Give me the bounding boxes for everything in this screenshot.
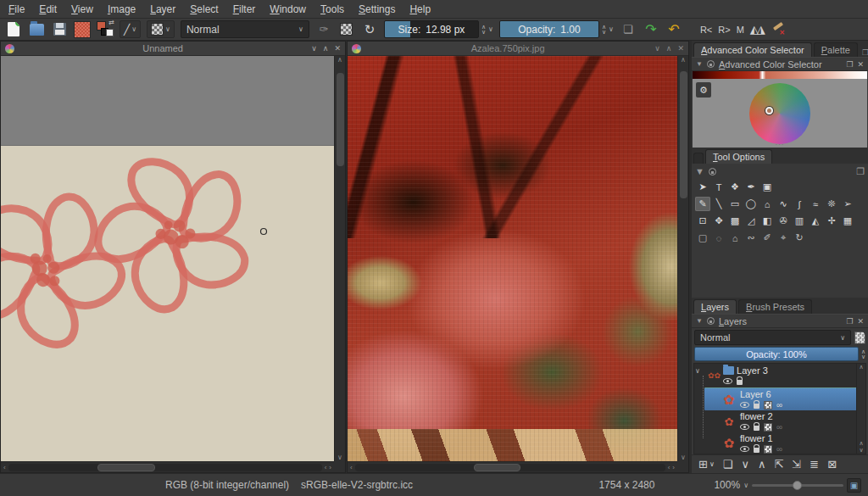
- scroll-up-icon[interactable]: ∧: [859, 440, 863, 447]
- scroll-handle[interactable]: [337, 73, 344, 166]
- fg-bg-color-button[interactable]: ⇄: [97, 21, 114, 38]
- hue-color-wheel[interactable]: [749, 83, 810, 144]
- zoom-slider-handle[interactable]: [793, 481, 802, 490]
- float-docker-icon[interactable]: ❐: [846, 317, 853, 326]
- color-selector-settings-button[interactable]: ⚙: [696, 82, 711, 98]
- close-icon[interactable]: ✕: [334, 44, 341, 53]
- menu-help[interactable]: Help: [409, 3, 431, 15]
- reference-images-tool-icon[interactable]: ✢: [824, 214, 839, 228]
- collapse-arrow-icon[interactable]: ▼: [695, 166, 704, 176]
- menu-tools[interactable]: Tools: [320, 3, 344, 15]
- gradient-tool-icon[interactable]: ▥: [792, 214, 807, 228]
- scroll-handle[interactable]: [97, 464, 155, 471]
- blend-mode-combo[interactable]: Normal∨: [181, 20, 309, 38]
- move-layer-left-button[interactable]: ⇱: [774, 458, 783, 471]
- layer-link-icon[interactable]: ∞: [776, 445, 782, 454]
- scroll-handle[interactable]: [474, 464, 520, 471]
- layer-blend-mode-combo[interactable]: Normal ∨: [694, 330, 851, 345]
- crop-tool-icon[interactable]: ⊡: [695, 214, 710, 228]
- advanced-color-selector[interactable]: ⚙ ···: [693, 71, 867, 148]
- canvas-unnamed[interactable]: [1, 145, 334, 461]
- menu-layer[interactable]: Layer: [150, 3, 175, 15]
- contiguous-select-tool-icon[interactable]: ↻: [792, 231, 807, 245]
- vertical-scrollbar[interactable]: ∧ ∨: [334, 56, 345, 461]
- move-layer-right-button[interactable]: ⇲: [792, 458, 801, 471]
- layer-alpha-icon[interactable]: [764, 423, 772, 432]
- scroll-handle[interactable]: [680, 71, 687, 198]
- rotate-canvas-left-button[interactable]: R<: [700, 25, 712, 35]
- menu-file[interactable]: File: [8, 3, 25, 15]
- layer-list-scrollbar[interactable]: ∧ ∧ ∨: [856, 364, 865, 454]
- color-sampler-tool-icon[interactable]: ✇: [776, 214, 791, 228]
- azalea-titlebar[interactable]: Azalea.750pix.jpg ∨ ∧ ✕: [348, 42, 688, 56]
- mirror-view-button[interactable]: ◭◮: [750, 23, 764, 36]
- text-tool-icon[interactable]: T: [711, 180, 726, 194]
- layer-row-selected[interactable]: ✿ Layer 6 ∞: [704, 387, 865, 410]
- rect-select-tool-icon[interactable]: ▢: [695, 231, 710, 245]
- float-docker-icon[interactable]: ❐: [856, 166, 865, 177]
- duplicate-layer-button[interactable]: ❏: [723, 458, 733, 471]
- transform-tool-icon[interactable]: ▩: [727, 214, 743, 228]
- canvas-only-mode-button[interactable]: ▣: [847, 478, 861, 493]
- scroll-left-icon[interactable]: ‹: [325, 464, 327, 471]
- reset-display-button[interactable]: [770, 21, 787, 38]
- calligraphy-tool-icon[interactable]: ✒: [743, 180, 759, 194]
- redo-button[interactable]: ↷: [643, 21, 659, 38]
- collapse-arrow-icon[interactable]: ▼: [696, 60, 703, 68]
- scroll-down-icon[interactable]: ∨: [859, 447, 863, 454]
- maximize-icon[interactable]: ∧: [323, 44, 329, 53]
- ellipse-select-tool-icon[interactable]: ◌: [711, 231, 726, 245]
- maximize-icon[interactable]: ∧: [666, 44, 672, 53]
- lock-docker-icon[interactable]: [709, 168, 716, 176]
- move-tool-icon[interactable]: ✥: [711, 214, 726, 228]
- move-layer-down-button[interactable]: ∨: [741, 458, 749, 471]
- rotate-canvas-right-button[interactable]: R>: [718, 25, 730, 35]
- mirror-mode-button[interactable]: M: [737, 25, 744, 35]
- menu-settings[interactable]: Settings: [359, 3, 395, 15]
- layer-visible-icon[interactable]: [723, 378, 732, 384]
- assistants-tool-icon[interactable]: ◭: [808, 214, 823, 228]
- line-tool-icon[interactable]: ╲: [711, 197, 726, 211]
- fill-tool-icon[interactable]: ◧: [760, 214, 775, 228]
- layer-row[interactable]: ✿ flower 1 ∞: [704, 432, 865, 454]
- freehand-brush-tool-icon[interactable]: ✎: [695, 197, 710, 211]
- unnamed-titlebar[interactable]: Unnamed ∨ ∧ ✕: [1, 42, 345, 56]
- tab-tool-options[interactable]: Tool Options: [705, 149, 772, 164]
- scroll-left-icon[interactable]: ‹: [668, 464, 670, 471]
- shade-gradient-strip[interactable]: [693, 71, 867, 79]
- color-selector-ring[interactable]: [765, 107, 773, 114]
- pattern-edit-tool-icon[interactable]: ▣: [760, 180, 775, 194]
- tab-palette[interactable]: Palette: [814, 42, 858, 57]
- measure-tool-icon[interactable]: ◿: [743, 214, 759, 228]
- multibrush-tool-icon[interactable]: ❊: [824, 197, 839, 211]
- menu-image[interactable]: Image: [108, 3, 136, 15]
- layer-row[interactable]: ✿ flower 2 ∞: [704, 410, 865, 432]
- layer-filter-icon[interactable]: [854, 332, 865, 344]
- menu-filter[interactable]: Filter: [233, 3, 256, 15]
- tab-brush-presets[interactable]: Brush Presets: [738, 299, 812, 314]
- move-layer-up-button[interactable]: ∧: [758, 458, 766, 471]
- collapsed-tab-stub[interactable]: [693, 153, 704, 164]
- opacity-spin-buttons[interactable]: ∧∨: [602, 25, 606, 35]
- minimize-icon[interactable]: ∨: [654, 44, 660, 53]
- layer-lock-icon[interactable]: [754, 404, 760, 409]
- freehand-select-tool-icon[interactable]: ∾: [743, 231, 759, 245]
- layer-lock-icon[interactable]: [737, 380, 743, 385]
- rectangle-tool-icon[interactable]: ▭: [727, 197, 743, 211]
- bezier-curve-tool-icon[interactable]: ∫: [792, 197, 807, 211]
- canvas-pasteboard[interactable]: [1, 56, 334, 145]
- close-docker-icon[interactable]: ✕: [857, 317, 864, 326]
- undo-button[interactable]: ↶: [665, 21, 682, 38]
- delete-layer-button[interactable]: ⊠: [827, 458, 837, 471]
- brush-size-spinbox[interactable]: Size: 12.98 px: [384, 20, 479, 38]
- open-document-button[interactable]: [28, 21, 45, 38]
- tab-layers[interactable]: Layers: [693, 299, 737, 314]
- brush-preset-dropdown[interactable]: ╱∨: [120, 20, 141, 38]
- horizontal-scrollbar[interactable]: ‹ ‹ ›: [348, 461, 677, 472]
- layer-link-icon[interactable]: ∞: [776, 401, 782, 410]
- pattern-selector-button[interactable]: [74, 21, 91, 38]
- canvas-image-azalea[interactable]: [348, 56, 677, 461]
- magnetic-select-tool-icon[interactable]: ✐: [760, 231, 775, 245]
- scroll-left-icon[interactable]: ‹: [350, 464, 353, 471]
- grid-tool-icon[interactable]: ▦: [840, 214, 855, 228]
